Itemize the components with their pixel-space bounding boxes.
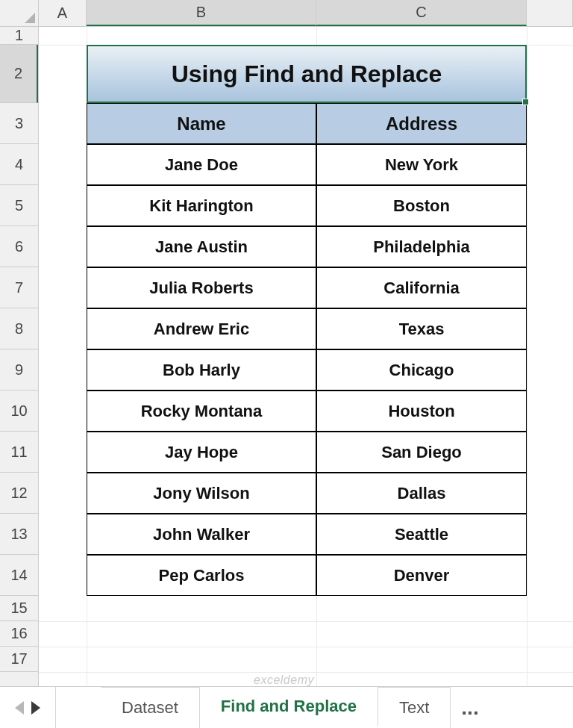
row-header-8[interactable]: 8 (0, 308, 38, 349)
cell-name[interactable]: Jay Hope (87, 432, 316, 473)
header-name[interactable]: Name (87, 103, 316, 144)
cell-address[interactable]: Houston (316, 391, 527, 432)
spreadsheet-grid[interactable]: Using Find and Replace Name Address Jane… (39, 27, 573, 686)
cell-address[interactable]: Chicago (316, 349, 527, 391)
tab-nav-prev-icon[interactable] (15, 701, 24, 715)
table-row: John Walker Seattle (87, 514, 527, 555)
gridline (39, 647, 573, 647)
cell-address[interactable]: Philadelphia (316, 226, 527, 267)
table-row: Jane Doe New York (87, 144, 527, 185)
table-header-row: Name Address (87, 103, 527, 144)
table-title-cell[interactable]: Using Find and Replace (87, 45, 527, 103)
cell-address[interactable]: Boston (316, 185, 527, 226)
column-header-A[interactable]: A (39, 0, 87, 26)
row-header-1[interactable]: 1 (0, 27, 38, 45)
selection-fill-handle[interactable] (522, 99, 529, 105)
table-title-text: Using Find and Replace (172, 60, 442, 88)
cell-address[interactable]: Texas (316, 308, 527, 349)
select-all-triangle[interactable] (0, 0, 39, 27)
row-header-10[interactable]: 10 (0, 391, 38, 432)
column-header-row: A B C (39, 0, 573, 27)
data-table: Using Find and Replace Name Address Jane… (87, 45, 527, 596)
column-header-C[interactable]: C (316, 0, 527, 26)
cell-name[interactable]: Bob Harly (87, 349, 316, 391)
cell-name[interactable]: Kit Harington (87, 185, 316, 226)
row-header-5[interactable]: 5 (0, 185, 38, 226)
table-row: Jay Hope San Diego (87, 432, 527, 473)
cell-name[interactable]: Jane Doe (87, 144, 316, 185)
table-row: Jony Wilson Dallas (87, 473, 527, 514)
row-header-14[interactable]: 14 (0, 555, 38, 596)
header-address[interactable]: Address (316, 103, 527, 144)
gridline (39, 621, 573, 622)
gridline (39, 672, 573, 673)
cell-name[interactable]: Jony Wilson (87, 473, 316, 514)
row-header-11[interactable]: 11 (0, 432, 38, 473)
cell-name[interactable]: John Walker (87, 514, 316, 555)
row-header-7[interactable]: 7 (0, 267, 38, 308)
watermark: exceldemy (254, 673, 314, 687)
column-header-filler (527, 0, 573, 26)
cell-name[interactable]: Rocky Montana (87, 391, 316, 432)
row-header-3[interactable]: 3 (0, 103, 38, 144)
tab-nav-group (0, 687, 56, 728)
row-header-column: 1 2 3 4 5 6 7 8 9 10 11 12 13 14 15 16 1… (0, 27, 39, 686)
row-header-15[interactable]: 15 (0, 596, 38, 621)
cell-address[interactable]: San Diego (316, 432, 527, 473)
cell-name[interactable]: Jane Austin (87, 226, 316, 267)
tab-nav-next-icon[interactable] (31, 701, 40, 715)
table-row: Bob Harly Chicago (87, 349, 527, 391)
cell-name[interactable]: Julia Roberts (87, 267, 316, 308)
table-row: Rocky Montana Houston (87, 391, 527, 432)
row-header-2[interactable]: 2 (0, 45, 38, 103)
row-header-4[interactable]: 4 (0, 144, 38, 185)
row-header-9[interactable]: 9 (0, 349, 38, 391)
row-header-12[interactable]: 12 (0, 473, 38, 514)
sheet-tab-find-and-replace[interactable]: Find and Replace (200, 687, 378, 728)
tab-overflow-more[interactable]: ... (451, 687, 489, 728)
table-row: Jane Austin Philadelphia (87, 226, 527, 267)
column-header-B[interactable]: B (87, 0, 316, 26)
sheet-tab-bar: Dataset Find and Replace Text ... (0, 686, 573, 728)
row-header-6[interactable]: 6 (0, 226, 38, 267)
row-header-13[interactable]: 13 (0, 514, 38, 555)
table-row: Andrew Eric Texas (87, 308, 527, 349)
sheet-tab-dataset[interactable]: Dataset (101, 687, 200, 728)
cell-address[interactable]: Dallas (316, 473, 527, 514)
sheet-tab-text[interactable]: Text (378, 687, 451, 728)
tab-gap (56, 687, 101, 728)
table-row: Julia Roberts California (87, 267, 527, 308)
cell-address[interactable]: Denver (316, 555, 527, 596)
cell-address[interactable]: Seattle (316, 514, 527, 555)
cell-address[interactable]: California (316, 267, 527, 308)
row-header-17[interactable]: 17 (0, 647, 38, 672)
table-row: Kit Harington Boston (87, 185, 527, 226)
cell-address[interactable]: New York (316, 144, 527, 185)
gridline (527, 27, 527, 686)
cell-name[interactable]: Andrew Eric (87, 308, 316, 349)
cell-name[interactable]: Pep Carlos (87, 555, 316, 596)
table-row: Pep Carlos Denver (87, 555, 527, 596)
row-header-16[interactable]: 16 (0, 621, 38, 647)
